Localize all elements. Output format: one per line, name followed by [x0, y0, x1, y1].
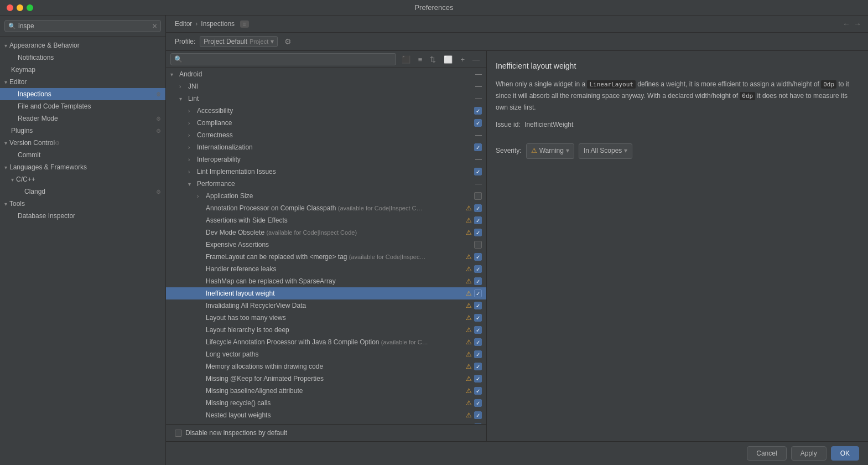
tree-item-expensive-assertions[interactable]: Expensive Assertions [166, 239, 486, 251]
sidebar-item-version-control[interactable]: ▾ Version Control ⚙ [0, 137, 165, 149]
checkbox-lint-impl[interactable] [474, 168, 482, 175]
chevron-right-icon[interactable]: › [197, 193, 204, 199]
sidebar-item-clangd[interactable]: Clangd ⚙ [0, 185, 165, 198]
tree-item-internationalization[interactable]: › Internationalization [166, 141, 486, 153]
severity-select[interactable]: ⚠ Warning ▾ [526, 143, 574, 158]
sidebar-item-appearance[interactable]: ▾ Appearance & Behavior [0, 39, 165, 51]
group-icon[interactable]: ⬜ [441, 54, 455, 65]
expand-icon[interactable]: ≡ [416, 54, 425, 65]
chevron-right-icon[interactable]: › [188, 108, 195, 114]
tree-item-interoperability[interactable]: › Interoperability — [166, 153, 486, 166]
tree-item-hashmap[interactable]: HashMap can be replaced with SparseArray… [166, 275, 486, 287]
collapse-icon[interactable]: ▾ [188, 181, 195, 187]
close-button[interactable] [7, 4, 13, 11]
checkbox-annotation[interactable] [474, 204, 482, 212]
tree-item-assertions[interactable]: Assertions with Side Effects ⚠ [166, 214, 486, 226]
tree-item-accessibility[interactable]: › Accessibility [166, 105, 486, 117]
sort-icon[interactable]: ⇅ [428, 54, 438, 65]
sidebar-item-editor[interactable]: ▾ Editor [0, 76, 165, 88]
profile-select[interactable]: Project Default Project ▾ [200, 36, 278, 47]
checkbox-missing-recycle[interactable] [474, 399, 482, 407]
checkbox-internationalization[interactable] [474, 143, 482, 151]
chevron-right-icon[interactable]: › [188, 157, 195, 163]
chevron-right-icon[interactable]: › [188, 169, 195, 175]
cancel-button[interactable]: Cancel [747, 446, 786, 461]
checkbox-recyclerview[interactable] [474, 302, 482, 309]
tree-item-lint[interactable]: ▾ Lint — [166, 92, 486, 105]
tree-item-nested-weights[interactable]: Nested layout weights ⚠ [166, 409, 486, 421]
back-arrow[interactable]: ← [843, 19, 850, 28]
ok-button[interactable]: OK [831, 446, 859, 461]
checkbox-nested[interactable] [474, 411, 482, 419]
checkbox-memory[interactable] [474, 363, 482, 370]
tree-item-performance[interactable]: ▾ Performance — [166, 178, 486, 190]
add-icon[interactable]: + [458, 54, 467, 65]
filter-icon[interactable]: ⬛ [399, 54, 413, 65]
collapse-icon[interactable]: ▾ [170, 71, 177, 78]
sidebar-search-input[interactable] [18, 22, 152, 30]
checkbox-missing-keep[interactable] [474, 375, 482, 383]
chevron-right-icon[interactable]: › [188, 144, 195, 151]
checkbox-compliance[interactable] [474, 119, 482, 127]
checkbox-missing-baseline[interactable] [474, 387, 482, 395]
scope-select[interactable]: In All Scopes ▾ [579, 143, 632, 158]
tree-item-correctness[interactable]: › Correctness — [166, 129, 486, 141]
checkbox-hashmap[interactable] [474, 277, 482, 285]
tree-item-missing-baseline[interactable]: Missing baselineAligned attribute ⚠ [166, 385, 486, 397]
minimize-button[interactable] [17, 4, 23, 11]
tree-item-compliance[interactable]: › Compliance [166, 117, 486, 129]
sidebar-item-file-code-templates[interactable]: File and Code Templates [0, 100, 165, 112]
checkbox-dev-mode[interactable] [474, 229, 482, 236]
tree-item-long-vector[interactable]: Long vector paths ⚠ [166, 348, 486, 360]
sidebar-item-inspections[interactable]: Inspections ⚙ [0, 88, 165, 100]
tree-item-annotation-processor[interactable]: Annotation Processor on Compile Classpat… [166, 202, 486, 214]
sidebar-item-tools[interactable]: ▾ Tools [0, 198, 165, 210]
tree-item-framelayout[interactable]: FrameLayout can be replaced with <merge>… [166, 251, 486, 263]
tree-item-inefficient-layout[interactable]: Inefficient layout weight ⚠ [166, 287, 486, 299]
checkbox-framelayout[interactable] [474, 253, 482, 261]
disable-new-inspections-checkbox[interactable] [175, 430, 182, 437]
tree-search-input[interactable] [170, 53, 396, 65]
tree-item-handler-leaks[interactable]: Handler reference leaks ⚠ [166, 263, 486, 275]
checkbox-too-many-views[interactable] [474, 314, 482, 322]
sidebar-item-commit[interactable]: Commit [0, 149, 165, 161]
tree-item-app-size[interactable]: › Application Size [166, 190, 486, 202]
tree-item-missing-keep[interactable]: Missing @Keep for Animated Properties ⚠ [166, 373, 486, 385]
tree-item-jni[interactable]: › JNI — [166, 80, 486, 92]
checkbox-assertions[interactable] [474, 216, 482, 224]
minus-btn[interactable]: — [470, 54, 482, 65]
sidebar-item-database-inspector[interactable]: Database Inspector [0, 210, 165, 222]
tree-item-recyclerview[interactable]: Invalidating All RecyclerView Data ⚠ [166, 299, 486, 312]
sidebar-item-notifications[interactable]: Notifications [0, 51, 165, 64]
tree-item-lifecycle[interactable]: Lifecycle Annotation Processor with Java… [166, 336, 486, 348]
sidebar-item-plugins[interactable]: Plugins ⚙ [0, 125, 165, 137]
chevron-right-icon[interactable]: › [188, 132, 195, 138]
tree-item-too-many-views[interactable]: Layout has too many views ⚠ [166, 312, 486, 324]
sidebar-item-cpp[interactable]: ▾ C/C++ [0, 173, 165, 185]
chevron-right-icon[interactable]: › [188, 120, 195, 126]
checkbox-handler[interactable] [474, 265, 482, 273]
chevron-right-icon[interactable]: › [179, 84, 186, 90]
tree-item-lint-impl[interactable]: › Lint Implementation Issues [166, 166, 486, 178]
clear-search-button[interactable]: ✕ [152, 23, 157, 30]
sidebar-item-reader-mode[interactable]: Reader Mode ⚙ [0, 112, 165, 125]
tree-item-missing-recycle[interactable]: Missing recycle() calls ⚠ [166, 397, 486, 409]
sidebar-item-keymap[interactable]: Keymap [0, 64, 165, 76]
apply-button[interactable]: Apply [791, 446, 827, 461]
checkbox-long-vector[interactable] [474, 350, 482, 358]
profile-gear-icon[interactable]: ⚙ [284, 37, 292, 46]
maximize-button[interactable] [27, 4, 33, 11]
tree-item-android[interactable]: ▾ Android — [166, 68, 486, 80]
checkbox-accessibility[interactable] [474, 107, 482, 115]
tree-item-hierarchy-deep[interactable]: Layout hierarchy is too deep ⚠ [166, 324, 486, 336]
checkbox-app-size[interactable] [474, 192, 482, 200]
forward-arrow[interactable]: → [854, 19, 861, 28]
checkbox-lifecycle[interactable] [474, 338, 482, 346]
tree-item-dev-mode[interactable]: Dev Mode Obsolete (available for Code|In… [166, 226, 486, 239]
checkbox-hierarchy[interactable] [474, 326, 482, 334]
tree-item-memory[interactable]: Memory allocations within drawing code ⚠ [166, 360, 486, 373]
collapse-icon[interactable]: ▾ [179, 96, 186, 102]
sidebar-item-languages[interactable]: ▾ Languages & Frameworks [0, 161, 165, 173]
checkbox-inefficient[interactable] [474, 290, 482, 297]
checkbox-expensive[interactable] [474, 241, 482, 249]
